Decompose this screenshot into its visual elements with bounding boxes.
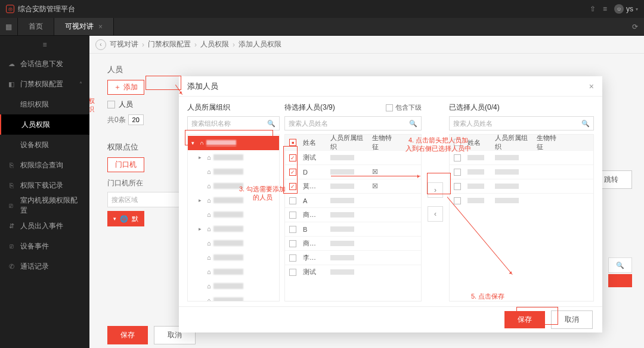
row-checkbox[interactable] [289,212,296,219]
search-icon-box[interactable]: 🔍 [608,257,632,273]
sidebar-item-session[interactable]: ☁会话信息下发 [0,54,89,74]
table-row[interactable]: 商… [285,236,421,250]
user-menu[interactable]: ☺ ys ▾ [614,4,638,14]
crumb-a[interactable]: 可视对讲 [110,39,138,49]
row-checkbox[interactable] [289,197,296,204]
sidebar-item-download[interactable]: ⎘权限下载记录 [0,175,89,195]
row-checkbox[interactable] [454,197,461,204]
cand-table: 姓名 人员所属组织 生物特征 测试 D ☒ 莫… ☒ A 商… B 商… 李… … [284,134,422,302]
modal-cancel-button[interactable]: 取消 [551,310,593,329]
tree-row[interactable]: ⌂ [188,265,279,279]
tree-row[interactable]: ▸⌂ [188,193,279,207]
cell-bio: ☒ [370,182,400,190]
row-checkbox[interactable] [289,154,296,161]
modal-close-icon[interactable]: × [589,82,594,91]
cell-name: 莫… [301,182,328,191]
cell-bio: ☒ [370,168,400,176]
cell-org [328,226,370,233]
tab-doorphone[interactable]: 门口机 [107,157,144,172]
move-left-button[interactable]: ‹ [428,206,443,222]
tree-row[interactable]: ⌂ [188,207,279,222]
back-icon[interactable]: ‹ [95,39,106,50]
sidebar-item-access[interactable]: ◧门禁权限配置˄ [0,74,89,94]
modal-save-button[interactable]: 保存 [504,311,545,328]
cand-search[interactable]: 搜索人员姓名🔍 [284,116,422,130]
page-size-input[interactable] [128,114,144,125]
tab-current[interactable]: 可视对讲 × [54,18,114,35]
move-right-button[interactable]: › [428,182,443,198]
tree-row[interactable]: ⌂ [188,179,279,193]
upload-icon[interactable]: ⇧ [590,5,596,13]
chevron-right-icon: ▸ [199,197,205,203]
sidebar-item-inout[interactable]: ⇵人员出入事件 [0,216,89,236]
checkbox-all-sel[interactable] [454,139,461,146]
crumb-c[interactable]: 人员权限 [200,39,229,49]
tree-row[interactable]: ⌂ [188,236,279,250]
table-row[interactable]: 李… [285,250,421,265]
row-checkbox[interactable] [289,169,296,176]
row-checkbox[interactable] [289,269,296,276]
tree-row[interactable]: ⌂ [188,279,279,293]
page-save-button[interactable]: 保存 [107,326,148,344]
sidebar-item-org-perm[interactable]: 组织权限 [0,94,89,114]
home-icon: ⌂ [200,139,204,147]
row-checkbox[interactable] [454,169,461,176]
tree-row[interactable]: ▸⌂ [188,150,279,164]
phone-icon: ✆ [7,263,16,271]
tree-row[interactable]: ⌂ [188,293,279,302]
refresh-icon[interactable]: ⟳ [626,18,644,35]
area-tag[interactable]: ▾🌐默 [107,211,144,226]
table-row[interactable] [450,150,593,164]
table-row[interactable]: B [285,222,421,236]
add-person-button[interactable]: ＋添加 [107,80,144,95]
tree-row[interactable]: ⌂ [188,250,279,265]
tree-row[interactable]: ⌂ [188,164,279,179]
table-row[interactable]: D ☒ [285,164,421,179]
monitor-icon: ⎚ [7,243,16,250]
table-row[interactable]: A [285,193,421,207]
checkbox-all[interactable] [107,101,115,108]
sidebar-item-dev-event[interactable]: ⎚设备事件 [0,236,89,256]
apps-grid-icon[interactable]: ▦ [0,18,18,35]
search-icon: 🔍 [581,120,590,128]
chevron-right-icon: ▸ [199,226,205,232]
menu-icon[interactable]: ≡ [603,5,607,13]
row-checkbox[interactable] [454,183,461,190]
th-bio: 生物特征 [370,134,400,151]
col-people: 人员 [119,100,133,110]
table-row[interactable] [450,164,593,179]
checkbox-all-cand[interactable] [289,139,296,146]
sidebar-item-device-perm[interactable]: 设备权限 [0,135,89,155]
tree-row[interactable]: ▾⌂ [188,136,279,150]
row-checkbox[interactable] [289,254,296,262]
sel-search[interactable]: 搜索人员姓名🔍 [449,116,594,130]
cell-name: 商… [301,210,328,219]
row-checkbox[interactable] [289,226,296,233]
table-row[interactable]: 莫… ☒ [285,179,421,193]
col-candidates: 待选择人员(3/9) 包含下级 搜索人员姓名🔍 姓名 人员所属组织 生物特征 测… [284,102,422,302]
sidebar-item-person-perm[interactable]: 人员权限 [0,114,89,135]
row-checkbox[interactable] [454,154,461,161]
include-sub-checkbox[interactable] [386,104,393,111]
org-search[interactable]: 搜索组织名称🔍 [187,116,280,130]
section-people-title: 人员 [107,64,626,75]
table-row[interactable]: 商… [285,207,421,222]
table-row[interactable] [450,193,593,207]
tab-home[interactable]: 首页 [18,18,54,35]
row-checkbox[interactable] [289,240,296,247]
sidebar-item-calls[interactable]: ✆通话记录 [0,256,89,276]
crumb-b[interactable]: 门禁权限配置 [148,39,191,49]
tree-row[interactable]: ▸⌂ [188,222,279,236]
table-row[interactable]: 测试 [285,150,421,164]
cell-org [328,240,370,247]
table-row[interactable]: 测试 [285,265,421,279]
cell-name [465,154,493,161]
sidebar-item-indoor[interactable]: ⎚室内机视频权限配置 [0,195,89,216]
sidebar-item-perm-query[interactable]: ⎘权限综合查询 [0,155,89,175]
org-tree: ▾⌂ ▸⌂ ⌂ ⌂ ▸⌂ ⌂ ▸⌂ ⌂ ⌂ ⌂ ⌂ ⌂ [187,134,280,302]
close-icon[interactable]: × [98,23,103,31]
table-row[interactable] [450,179,593,193]
sidebar-toggle[interactable]: ≡ [0,36,89,54]
row-checkbox[interactable] [289,183,296,190]
home-icon: ⌂ [207,240,211,247]
